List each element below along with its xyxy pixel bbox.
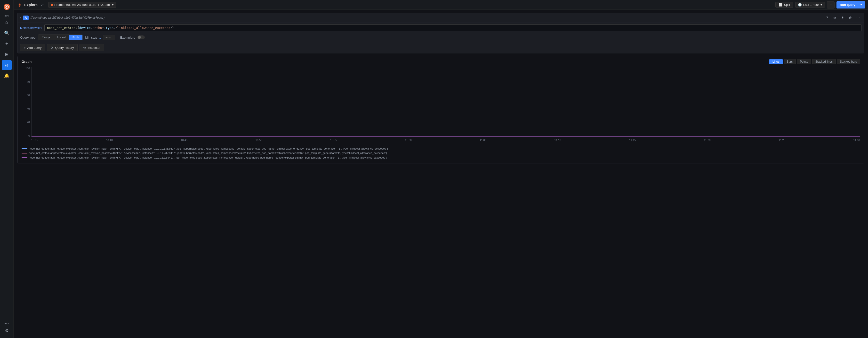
query-expression-input[interactable]: node_net_ethtool{device="eth0",type="lin… bbox=[44, 24, 862, 31]
instant-button[interactable]: Instant bbox=[54, 35, 69, 40]
legend-color-0 bbox=[22, 148, 27, 149]
both-button[interactable]: Both bbox=[69, 35, 83, 40]
svg-point-2 bbox=[6, 6, 7, 7]
legend-text-1[interactable]: node_net_ethtool{app="ethtool-exporter",… bbox=[29, 151, 387, 155]
graph-header: Graph Lines Bars Points Stacked lines St… bbox=[22, 59, 860, 64]
y-label-20: 20 bbox=[27, 121, 30, 123]
view-stacked-lines-button[interactable]: Stacked lines bbox=[812, 59, 836, 64]
metrics-browser-label: Metrics browser bbox=[20, 26, 41, 30]
x-label-1125: 11:25 bbox=[778, 139, 785, 142]
query-label: A bbox=[23, 16, 29, 20]
legend-text-0[interactable]: node_net_ethtool{app="ethtool-exporter",… bbox=[29, 147, 388, 150]
chart-y-axis: 100 80 60 40 20 0 bbox=[22, 67, 31, 137]
aws-bottom-label: aws bbox=[5, 322, 9, 325]
topbar-title: Explore bbox=[24, 3, 38, 7]
query-history-label: Query history bbox=[55, 46, 74, 50]
legend-color-2 bbox=[22, 157, 27, 158]
x-label-1055: 10:55 bbox=[330, 139, 337, 142]
query-type-row: Query type Range Instant Both Min step ℹ… bbox=[18, 33, 864, 42]
y-label-80: 80 bbox=[27, 80, 30, 83]
sidebar-item-dashboards[interactable]: ⊞ bbox=[2, 50, 12, 59]
query-val1: eth0 bbox=[94, 26, 102, 30]
exemplars-label: Exemplars bbox=[120, 36, 135, 39]
query-row-header: ‹ A (Prometheus ws-2f74f9cf-a1e2-470a-8f… bbox=[18, 13, 864, 23]
view-points-button[interactable]: Points bbox=[797, 59, 811, 64]
y-label-0: 0 bbox=[28, 134, 30, 137]
legend-item-0: node_net_ethtool{app="ethtool-exporter",… bbox=[22, 147, 860, 150]
query-more-button[interactable]: ⋯ bbox=[855, 14, 862, 21]
x-label-1100: 11:00 bbox=[405, 139, 412, 142]
query-row-actions: ? ⧉ 👁 🗑 ⋯ bbox=[824, 14, 862, 21]
view-bars-button[interactable]: Bars bbox=[784, 59, 796, 64]
query-history-button[interactable]: ⟳ Query history bbox=[47, 44, 78, 51]
query-type-btn-group: Range Instant Both bbox=[38, 34, 83, 40]
range-button[interactable]: Range bbox=[38, 35, 54, 40]
explore-icon: ◎ bbox=[17, 2, 22, 8]
time-range-picker[interactable]: 🕐 Last 1 hour ▾ bbox=[795, 2, 825, 8]
datasource-selector[interactable]: Prometheus ws-2f74f9cf-a1e2-470a-8fcf ▾ bbox=[48, 2, 116, 8]
x-label-1045: 10:45 bbox=[181, 139, 187, 142]
split-label: Split bbox=[784, 3, 790, 6]
datasource-name: Prometheus ws-2f74f9cf-a1e2-470a-8fcf bbox=[54, 3, 111, 6]
run-query-arrow-icon[interactable]: ▾ bbox=[859, 3, 862, 6]
inspector-button[interactable]: ⊙ Inspector bbox=[80, 44, 104, 51]
zoom-out-button[interactable]: − bbox=[827, 1, 835, 8]
y-label-40: 40 bbox=[27, 107, 30, 110]
query-eq2-close: "} bbox=[170, 26, 174, 30]
view-stacked-bars-button[interactable]: Stacked bars bbox=[837, 59, 860, 64]
add-query-button[interactable]: + Add query bbox=[20, 44, 45, 51]
add-query-label: Add query bbox=[27, 46, 41, 50]
query-help-button[interactable]: ? bbox=[824, 14, 830, 21]
legend-item-1: node_net_ethtool{app="ethtool-exporter",… bbox=[22, 151, 860, 155]
legend-color-1 bbox=[22, 153, 27, 153]
chart-svg bbox=[32, 67, 860, 137]
sidebar-item-add[interactable]: + bbox=[2, 39, 12, 49]
y-label-100: 100 bbox=[26, 67, 30, 70]
query-toggle-vis-button[interactable]: 👁 bbox=[839, 14, 846, 21]
sidebar-item-explore[interactable]: ◎ bbox=[2, 60, 12, 70]
sidebar-item-settings[interactable]: ⚙ bbox=[2, 326, 12, 336]
chart-container: 100 80 60 40 20 0 bbox=[22, 67, 860, 144]
x-label-1105: 11:05 bbox=[479, 139, 486, 142]
clock-icon: 🕐 bbox=[798, 3, 802, 6]
timerange-chevron-icon: ▾ bbox=[820, 3, 822, 6]
exemplars-toggle[interactable] bbox=[137, 35, 145, 39]
x-label-1050: 10:50 bbox=[255, 139, 262, 142]
metrics-browser-chevron-icon: › bbox=[41, 26, 42, 30]
add-icon: + bbox=[24, 46, 26, 50]
query-delete-button[interactable]: 🗑 bbox=[847, 14, 854, 21]
query-row-a: ‹ A (Prometheus ws-2f74f9cf-a1e2-470a-8f… bbox=[18, 12, 864, 53]
run-query-button[interactable]: Run query ▾ bbox=[836, 1, 865, 8]
view-lines-button[interactable]: Lines bbox=[769, 59, 783, 64]
chart-x-axis: 10:35 10:40 10:45 10:50 10:55 11:00 11:0… bbox=[31, 138, 860, 144]
grafana-logo[interactable] bbox=[2, 2, 12, 12]
graph-view-buttons: Lines Bars Points Stacked lines Stacked … bbox=[769, 59, 860, 64]
min-step-info-icon[interactable]: ℹ bbox=[99, 35, 101, 39]
legend-text-2[interactable]: node_net_ethtool{app="ethtool-exporter",… bbox=[29, 156, 387, 160]
run-query-label: Run query bbox=[840, 3, 857, 6]
x-label-1035: 10:35 bbox=[31, 139, 38, 142]
inspector-label: Inspector bbox=[88, 46, 100, 50]
legend-item-2: node_net_ethtool{app="ethtool-exporter",… bbox=[22, 156, 860, 160]
y-label-60: 60 bbox=[27, 94, 30, 96]
graph-title: Graph bbox=[22, 60, 32, 64]
action-buttons-row: + Add query ⟳ Query history ⊙ Inspector bbox=[18, 42, 864, 53]
sidebar: aws ⌂ 🔍 + ⊞ ◎ 🔔 aws ⚙ bbox=[0, 0, 13, 338]
topbar: ◎ Explore ⤢ Prometheus ws-2f74f9cf-a1e2-… bbox=[13, 0, 868, 10]
sidebar-item-search[interactable]: 🔍 bbox=[2, 28, 12, 38]
split-button[interactable]: ⬜ Split bbox=[775, 2, 793, 8]
share-icon[interactable]: ⤢ bbox=[39, 2, 45, 8]
query-val2: linklocal_allowance_exceeded bbox=[117, 26, 170, 30]
query-func: node_net_ethtool bbox=[47, 26, 78, 30]
aws-top-label: aws bbox=[5, 15, 9, 17]
chart-plot bbox=[31, 67, 860, 137]
sidebar-item-home[interactable]: ⌂ bbox=[2, 18, 12, 27]
min-step-label: Min step bbox=[85, 36, 97, 39]
metrics-browser-link[interactable]: Metrics browser › bbox=[20, 26, 42, 30]
query-copy-button[interactable]: ⧉ bbox=[831, 14, 838, 21]
sidebar-item-alerts[interactable]: 🔔 bbox=[2, 71, 12, 81]
zoom-icon: − bbox=[830, 3, 832, 7]
collapse-icon[interactable]: ‹ bbox=[20, 16, 21, 20]
query-datasource-ref: (Prometheus ws-2f74f9cf-a1e2-470a-8fcf-0… bbox=[31, 16, 105, 20]
min-step-input[interactable] bbox=[103, 35, 115, 40]
